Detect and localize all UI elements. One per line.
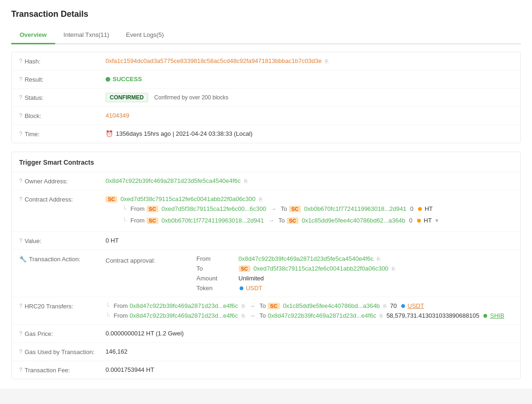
contract-approval-data: From 0x8d47c922b39fc469a2871d23d5fe5ca45… xyxy=(197,255,513,292)
success-badge: SUCCESS xyxy=(106,76,513,83)
hrc20-token-link-1[interactable]: USDT xyxy=(408,302,424,309)
ca-token-label: Token xyxy=(197,285,234,292)
block-link[interactable]: 4104349 xyxy=(106,112,129,119)
gas-used-row: ? Gas Used by Transaction: 146,162 xyxy=(12,343,520,361)
smart-contracts-title: Trigger Smart Contracts xyxy=(12,152,520,172)
hrc20-from-copy-2[interactable]: ⎘ xyxy=(242,313,245,319)
contract-address-link[interactable]: 0xed7d5f38c79115ca12fe6c0041abb22f0a06c3… xyxy=(121,195,255,202)
gas-price-row: ? Gas Price: 0.0000000012 HT (1.2 Gwei) xyxy=(12,325,520,343)
to-address-2-link[interactable]: 0x1c85dd9e5fee4c40786bd62...a364b xyxy=(302,217,405,224)
hrc20-amount-1: 70 xyxy=(390,302,397,309)
hrc20-to-copy-1[interactable]: ⎘ xyxy=(383,303,387,309)
owner-address-link[interactable]: 0x8d47c922b39fc469a2871d23d5fe5ca4540e4f… xyxy=(106,177,241,184)
ca-to-value: SC 0xed7d5f38c79115ca12fe6c0041abb22f0a0… xyxy=(239,265,513,272)
status-tooltip-icon[interactable]: ? xyxy=(19,94,22,101)
hrc20-to-link-2[interactable]: 0x8d47c922b39fc469a2871d23d...e4f6c xyxy=(268,312,376,319)
amount-1: 0 xyxy=(410,205,413,212)
hrc20-sub-icon-1: └ xyxy=(106,302,110,309)
hrc20-token-link-2[interactable]: SHIB xyxy=(490,312,504,319)
hrc20-transfer-1: └ From 0x8d47c922b39fc469a2871d23d...e4f… xyxy=(106,302,513,309)
time-tooltip-icon[interactable]: ? xyxy=(19,131,22,137)
hrc20-transfer-2: └ From 0x8d47c922b39fc469a2871d23d...e4f… xyxy=(106,312,513,319)
usdt-token-link[interactable]: USDT xyxy=(246,285,262,292)
time-value: ⏰ 1356days 15hrs ago | 2021-04-24 03:38:… xyxy=(106,130,513,137)
hrc20-token-dot-1 xyxy=(401,304,405,308)
tab-event-logs[interactable]: Event Logs(5) xyxy=(118,27,172,44)
hash-link[interactable]: 0xfa1c1594dc0ad3a5775ce8339818c58ac5cd48… xyxy=(106,57,322,64)
ca-from-link[interactable]: 0x8d47c922b39fc469a2871d23d5fe5ca4540e4f… xyxy=(239,255,374,262)
tx-fee-tooltip-icon[interactable]: ? xyxy=(19,367,22,373)
contract-address-label: ? Contract Address: xyxy=(19,195,106,203)
contract-sub-row-2: └ From SC 0xb0b670fc1f7724119963018...2d… xyxy=(106,215,532,226)
ca-to-copy[interactable]: ⎘ xyxy=(392,266,395,272)
contract-sub-row-1: └ From SC 0xed7d5f38c79115ca12fe6c00...6… xyxy=(106,203,532,215)
block-tooltip-icon[interactable]: ? xyxy=(19,112,22,119)
contract-tooltip-icon[interactable]: ? xyxy=(19,196,22,202)
hash-tooltip-icon[interactable]: ? xyxy=(19,58,22,64)
owner-tooltip-icon[interactable]: ? xyxy=(19,178,22,184)
status-label: ? Status: xyxy=(19,94,106,101)
confirmed-description: Confirmed by over 200 blocks xyxy=(154,94,228,101)
hrc20-from-link-2[interactable]: 0x8d47c922b39fc469a2871d23d...e4f6c xyxy=(130,312,238,319)
dot-ht-2 xyxy=(416,217,422,224)
ca-amount-value: Unlimited xyxy=(239,275,513,282)
to-address-1-link[interactable]: 0xb0b670fc1f7724119963018...2d941 xyxy=(304,205,406,212)
hrc20-from-label-2: From xyxy=(113,312,128,319)
to-label-1: To xyxy=(281,205,287,212)
hrc20-sub-icon-2: └ xyxy=(106,312,110,319)
ca-token-value: USDT xyxy=(239,285,513,292)
sc-badge-contract: SC xyxy=(106,196,117,202)
tab-internal-txns[interactable]: Internal Txns(11) xyxy=(55,27,118,44)
contract-approval-grid: From 0x8d47c922b39fc469a2871d23d5fe5ca45… xyxy=(197,255,513,292)
hrc20-to-copy-2[interactable]: ⎘ xyxy=(380,313,383,319)
time-row: ? Time: ⏰ 1356days 15hrs ago | 2021-04-2… xyxy=(12,125,520,143)
sc-badge-from-1: SC xyxy=(147,206,158,212)
hash-value: 0xfa1c1594dc0ad3a5775ce8339818c58ac5cd48… xyxy=(106,57,513,64)
transaction-action-label: 🔧 Transaction Action: xyxy=(19,255,106,263)
ca-to-link[interactable]: 0xed7d5f38c79115ca12fe6c0041abb22f0a06c3… xyxy=(253,265,388,272)
contract-approval-label: Contract approval: xyxy=(106,255,197,292)
ca-from-copy[interactable]: ⎘ xyxy=(377,256,380,262)
from-address-2-link[interactable]: 0xb0b670fc1f7724119963018...2d941 xyxy=(162,217,264,224)
owner-copy-icon[interactable]: ⎘ xyxy=(244,178,248,184)
to-label-2: To xyxy=(278,217,285,224)
gas-price-tooltip-icon[interactable]: ? xyxy=(19,330,22,337)
gas-used-tooltip-icon[interactable]: ? xyxy=(19,348,22,355)
gas-used-label: ? Gas Used by Transaction: xyxy=(19,348,106,355)
value-tooltip-icon[interactable]: ? xyxy=(19,237,22,244)
token-1: HT xyxy=(425,205,433,212)
block-value: 4104349 xyxy=(106,112,513,119)
tab-overview[interactable]: Overview xyxy=(11,27,55,44)
hrc20-value: └ From 0x8d47c922b39fc469a2871d23d...e4f… xyxy=(106,302,513,319)
hash-copy-icon[interactable]: ⎘ xyxy=(325,58,328,64)
result-label: ? Result: xyxy=(19,76,106,83)
hrc20-to-label-1: To xyxy=(260,302,266,309)
hrc20-tooltip-icon[interactable]: ? xyxy=(19,303,22,309)
hrc20-from-copy-1[interactable]: ⎘ xyxy=(242,303,245,309)
contract-copy-icon[interactable]: ⎘ xyxy=(259,196,262,202)
contract-approval-row: Contract approval: From 0x8d47c922b39fc4… xyxy=(106,255,513,292)
arrow-1: → xyxy=(270,205,277,212)
hrc20-label: ? HRC20 Transfers: xyxy=(19,302,106,310)
transaction-fee-row: ? Transaction Fee: 0.0001753944 HT xyxy=(12,361,520,379)
dot-icon-2 xyxy=(417,219,421,223)
hrc20-from-link-1[interactable]: 0x8d47c922b39fc469a2871d23d...e4f6c xyxy=(130,302,238,309)
confirmed-badge: CONFIRMED xyxy=(106,93,148,102)
result-tooltip-icon[interactable]: ? xyxy=(19,76,22,83)
hrc20-from-label-1: From xyxy=(113,302,128,309)
sc-badge-ca-to: SC xyxy=(239,265,250,272)
result-value: SUCCESS xyxy=(106,76,513,83)
from-address-1-link[interactable]: 0xed7d5f38c79115ca12fe6c00...6c300 xyxy=(162,205,266,212)
sub-row-1-icon: └ xyxy=(122,205,127,212)
token-dot-icon xyxy=(240,286,243,290)
value-row: ? Value: 0 HT xyxy=(12,232,520,250)
sc-badge-to-1: SC xyxy=(289,206,301,212)
hrc20-transfers-row: ? HRC20 Transfers: └ From 0x8d47c922b39f… xyxy=(12,297,520,325)
dropdown-icon-2[interactable]: ▾ xyxy=(435,217,439,224)
owner-address-row: ? Owner Address: 0x8d47c922b39fc469a2871… xyxy=(12,172,520,190)
hrc20-to-link-1[interactable]: 0x1c85dd9e5fee4c40786bd...a364b xyxy=(283,302,380,309)
sc-badge-to-2: SC xyxy=(287,217,298,224)
owner-address-value: 0x8d47c922b39fc469a2871d23d5fe5ca4540e4f… xyxy=(106,177,513,184)
sc-badge-from-2: SC xyxy=(147,217,158,224)
contract-address-value: SC 0xed7d5f38c79115ca12fe6c0041abb22f0a0… xyxy=(106,195,513,202)
